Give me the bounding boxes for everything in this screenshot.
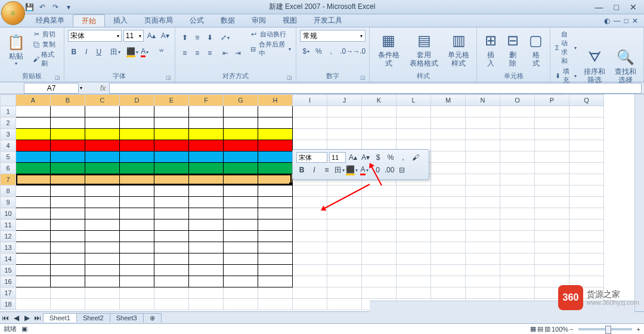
cell[interactable]	[16, 174, 51, 185]
cell[interactable]	[85, 276, 120, 287]
cell[interactable]	[85, 219, 120, 231]
cell[interactable]	[362, 129, 397, 140]
cell[interactable]	[293, 253, 327, 265]
row-header[interactable]: 4	[1, 140, 16, 151]
cell[interactable]	[500, 231, 535, 242]
help-icon[interactable]: ◐	[604, 17, 610, 25]
cell[interactable]	[500, 163, 535, 174]
cell[interactable]	[224, 231, 258, 242]
cell[interactable]	[16, 151, 51, 163]
cell[interactable]	[500, 219, 535, 231]
cell[interactable]	[466, 253, 500, 265]
phonetic-button[interactable]: ᵂ	[156, 46, 168, 58]
cell[interactable]	[51, 163, 85, 174]
percent-button[interactable]: %	[312, 45, 324, 57]
mini-merge[interactable]: ⊟	[397, 165, 407, 175]
cell[interactable]	[120, 151, 154, 163]
cell[interactable]	[431, 253, 466, 265]
mini-border[interactable]: 田	[334, 165, 345, 175]
formula-bar[interactable]	[109, 83, 642, 94]
cell[interactable]	[466, 163, 500, 174]
merge-center-button[interactable]: ⊟合并后居中	[249, 40, 293, 58]
tab-insert[interactable]: 插入	[105, 14, 136, 27]
cell[interactable]	[293, 219, 327, 231]
cell[interactable]	[120, 163, 154, 174]
cell[interactable]	[51, 140, 85, 151]
cell[interactable]	[535, 174, 569, 185]
cell[interactable]	[120, 219, 154, 231]
cell[interactable]	[466, 197, 500, 208]
cell[interactable]	[51, 106, 85, 117]
cell[interactable]	[16, 208, 51, 219]
cell[interactable]	[362, 185, 397, 197]
sheet-tab[interactable]: Sheet1	[43, 313, 77, 322]
cell[interactable]	[258, 242, 293, 253]
cell[interactable]	[154, 208, 189, 219]
cell[interactable]	[569, 151, 604, 163]
font-size-combo[interactable]: 11▾	[123, 30, 144, 42]
cell[interactable]	[500, 287, 535, 299]
row-header[interactable]: 5	[1, 151, 16, 163]
cell[interactable]	[120, 242, 154, 253]
copy-button[interactable]: ⿻复制	[31, 40, 60, 49]
delete-cells-button[interactable]: ⊟删除	[503, 30, 523, 70]
cell[interactable]	[16, 129, 51, 140]
cell[interactable]	[500, 106, 535, 117]
cell[interactable]	[189, 287, 224, 299]
cell[interactable]	[154, 140, 189, 151]
mini-align[interactable]: ≡	[321, 165, 332, 175]
cell[interactable]	[189, 140, 224, 151]
cell[interactable]	[293, 265, 327, 276]
cell[interactable]	[362, 287, 397, 299]
cell[interactable]	[189, 163, 224, 174]
cell[interactable]	[293, 106, 327, 117]
minimize-button[interactable]: —	[595, 2, 603, 12]
cell[interactable]	[224, 253, 258, 265]
cell[interactable]	[120, 208, 154, 219]
dialog-launcher-icon[interactable]: ◲	[55, 75, 60, 81]
cell[interactable]	[51, 287, 85, 299]
cell[interactable]	[85, 106, 120, 117]
cell[interactable]	[120, 185, 154, 197]
fill-button[interactable]: ⬇填充	[554, 67, 578, 85]
cell[interactable]	[120, 174, 154, 185]
sheet-nav-next[interactable]: ▶	[21, 314, 32, 322]
cell[interactable]	[569, 242, 604, 253]
cell[interactable]	[85, 208, 120, 219]
cell[interactable]	[224, 163, 258, 174]
format-painter-button[interactable]: 🖌格式刷	[31, 50, 60, 68]
cell[interactable]	[397, 287, 431, 299]
cell[interactable]	[362, 219, 397, 231]
doc-close-icon[interactable]: ✕	[632, 17, 638, 25]
cell-styles-button[interactable]: ▥单元格 样式	[444, 30, 473, 70]
cell[interactable]	[258, 140, 293, 151]
cell[interactable]	[154, 151, 189, 163]
mini-italic[interactable]: I	[309, 165, 320, 175]
col-header[interactable]: D	[120, 95, 154, 106]
cell[interactable]	[466, 129, 500, 140]
cell[interactable]	[189, 106, 224, 117]
align-bottom-button[interactable]: ⬇	[204, 32, 216, 44]
cell[interactable]	[362, 197, 397, 208]
col-header[interactable]: M	[431, 95, 466, 106]
cell[interactable]	[189, 219, 224, 231]
cell[interactable]	[224, 185, 258, 197]
cell[interactable]	[431, 185, 466, 197]
cell[interactable]	[189, 174, 224, 185]
cell[interactable]	[569, 185, 604, 197]
view-layout-icon[interactable]: ▤	[537, 325, 543, 333]
cell[interactable]	[85, 151, 120, 163]
row-header[interactable]: 2	[1, 117, 16, 129]
tab-formulas[interactable]: 公式	[181, 14, 212, 27]
zoom-slider[interactable]	[578, 328, 632, 330]
grow-font-button[interactable]: A▴	[145, 30, 157, 42]
cell[interactable]	[258, 231, 293, 242]
dialog-launcher-icon[interactable]: ◲	[360, 75, 366, 81]
cell[interactable]	[362, 253, 397, 265]
undo-icon[interactable]: ↶	[37, 2, 48, 13]
cell[interactable]	[500, 208, 535, 219]
cell[interactable]	[362, 265, 397, 276]
tab-developer[interactable]: 开发工具	[305, 14, 351, 27]
cell[interactable]	[85, 185, 120, 197]
cell[interactable]	[362, 106, 397, 117]
